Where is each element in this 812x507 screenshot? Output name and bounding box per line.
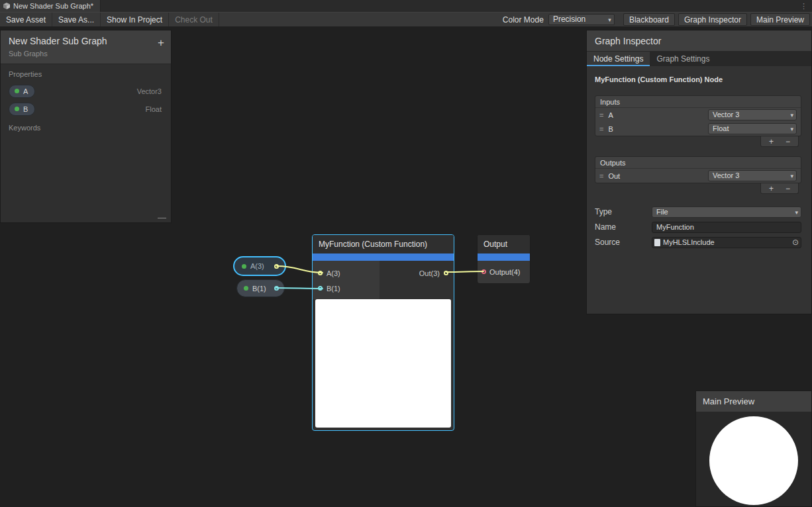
- color-mode-dropdown[interactable]: Precision ▾: [548, 14, 615, 25]
- property-node-b[interactable]: B(1): [236, 279, 285, 297]
- input-row-b: B(1): [313, 281, 380, 296]
- show-in-project-button[interactable]: Show In Project: [101, 13, 169, 26]
- input-port-output-vector4[interactable]: [482, 269, 486, 274]
- preview-sphere: [709, 416, 798, 505]
- save-asset-button[interactable]: Save Asset: [0, 13, 52, 26]
- overflow-menu-icon[interactable]: ⋮: [795, 2, 812, 11]
- color-mode-value: Precision: [553, 15, 585, 24]
- drag-handle-icon[interactable]: =: [599, 172, 603, 180]
- outputs-row-out[interactable]: = Out Vector 3 ▾: [595, 169, 801, 183]
- custom-function-fields: Type File ▾ Name Source MyHLSLInclude ⊙: [595, 206, 801, 248]
- source-value: MyHLSLInclude: [663, 238, 715, 246]
- chevron-down-icon: ▾: [790, 171, 793, 181]
- blackboard-header[interactable]: New Shader Sub Graph Sub Graphs +: [1, 30, 171, 64]
- node-title: Output: [478, 235, 530, 254]
- name-field-row: Name: [595, 221, 801, 233]
- node-myfunction-custom-function[interactable]: MyFunction (Custom Function) A(3) B(1) O…: [312, 234, 454, 431]
- source-field-row: Source MyHLSLInclude ⊙: [595, 236, 801, 248]
- add-input-button[interactable]: +: [769, 137, 774, 146]
- property-pill-b[interactable]: B: [9, 103, 35, 116]
- property-name: A: [23, 87, 28, 95]
- save-as-button[interactable]: Save As...: [52, 13, 101, 26]
- input-name: A: [608, 111, 703, 119]
- inputs-row-b[interactable]: = B Float ▾: [595, 122, 801, 136]
- blackboard-title: New Shader Sub Graph: [9, 36, 163, 46]
- add-property-button[interactable]: +: [158, 36, 164, 50]
- output-out-type-dropdown[interactable]: Vector 3 ▾: [708, 170, 797, 181]
- outputs-list-footer: + −: [760, 183, 799, 194]
- input-port-b-float[interactable]: [318, 286, 323, 291]
- name-label: Name: [595, 222, 652, 232]
- main-preview-toggle-button[interactable]: Main Preview: [750, 13, 810, 26]
- exposed-dot-icon: [244, 286, 248, 291]
- input-port-a-vector3[interactable]: [318, 271, 323, 275]
- input-name: B: [608, 125, 703, 133]
- node-preview: [315, 299, 451, 428]
- property-row-b[interactable]: B Float: [1, 100, 171, 118]
- remove-output-button[interactable]: −: [786, 184, 790, 193]
- input-row-output: Output(4): [478, 261, 530, 283]
- output-port-out-vector3[interactable]: [444, 271, 448, 275]
- resize-handle[interactable]: [158, 218, 166, 220]
- chevron-down-icon: ▾: [608, 15, 611, 25]
- property-pill-a[interactable]: A: [9, 85, 35, 98]
- input-port-label: Output(4): [489, 268, 520, 276]
- exposed-dot-icon: [15, 107, 19, 111]
- input-port-label: B(1): [327, 285, 340, 293]
- inputs-row-a[interactable]: = A Vector 3 ▾: [595, 108, 801, 122]
- tab-shader-subgraph[interactable]: New Shader Sub Graph*: [0, 0, 101, 12]
- graph-inspector-title: Graph Inspector: [587, 30, 811, 52]
- inputs-list: Inputs = A Vector 3 ▾ = B Float ▾: [595, 95, 801, 136]
- input-a-type-dropdown[interactable]: Vector 3 ▾: [708, 109, 797, 120]
- function-name-input[interactable]: [652, 222, 801, 233]
- exposed-dot-icon: [15, 89, 19, 93]
- graph-inspector-toggle-button[interactable]: Graph Inspector: [678, 13, 747, 26]
- unity-icon: [3, 2, 11, 10]
- node-output[interactable]: Output Output(4): [477, 234, 531, 284]
- inputs-list-footer: + −: [760, 136, 799, 147]
- type-value: File: [656, 208, 668, 216]
- node-category-strip: [313, 254, 454, 261]
- property-name: B: [23, 105, 28, 113]
- property-port-a-vector3[interactable]: [274, 264, 279, 269]
- property-node-a[interactable]: A(3): [233, 256, 286, 276]
- source-object-field[interactable]: MyHLSLInclude ⊙: [652, 237, 801, 248]
- input-b-type-dropdown[interactable]: Float ▾: [708, 123, 797, 134]
- property-port-b-float[interactable]: [274, 286, 279, 291]
- type-field-row: Type File ▾: [595, 206, 801, 218]
- output-port-label: Out(3): [419, 269, 440, 277]
- input-a-type-value: Vector 3: [713, 111, 739, 118]
- add-output-button[interactable]: +: [769, 184, 774, 193]
- object-picker-icon[interactable]: ⊙: [792, 238, 799, 248]
- remove-input-button[interactable]: −: [786, 137, 790, 146]
- blackboard-toggle-button[interactable]: Blackboard: [623, 13, 675, 26]
- input-row-a: A(3): [313, 265, 380, 281]
- inputs-list-header: Inputs: [595, 96, 801, 108]
- tab-title: New Shader Sub Graph*: [13, 2, 93, 10]
- main-preview-body[interactable]: [696, 412, 811, 506]
- node-output-column: Out(3): [380, 261, 454, 299]
- property-node-label: A(3): [250, 262, 264, 270]
- file-icon: [654, 239, 660, 246]
- output-out-type-value: Vector 3: [713, 171, 739, 179]
- output-name: Out: [608, 172, 703, 180]
- drag-handle-icon[interactable]: =: [599, 111, 603, 119]
- node-category-strip: [478, 254, 530, 261]
- outputs-list: Outputs = Out Vector 3 ▾: [595, 156, 801, 183]
- chevron-down-icon: ▾: [795, 208, 798, 218]
- node-port-area: A(3) B(1) Out(3): [313, 261, 454, 299]
- tab-graph-settings[interactable]: Graph Settings: [650, 52, 716, 66]
- source-label: Source: [595, 238, 652, 247]
- type-label: Type: [595, 207, 652, 216]
- drag-handle-icon[interactable]: =: [599, 125, 603, 133]
- property-type: Float: [146, 105, 162, 113]
- main-preview-title: Main Preview: [696, 391, 811, 412]
- exposed-dot-icon: [242, 264, 246, 269]
- type-dropdown[interactable]: File ▾: [652, 207, 801, 218]
- chevron-down-icon: ▾: [790, 124, 793, 134]
- property-row-a[interactable]: A Vector3: [1, 82, 171, 100]
- property-type: Vector3: [137, 87, 162, 95]
- tab-node-settings[interactable]: Node Settings: [587, 52, 650, 66]
- property-node-label: B(1): [252, 285, 266, 293]
- inspector-body: MyFunction (Custom Function) Node Inputs…: [587, 66, 811, 248]
